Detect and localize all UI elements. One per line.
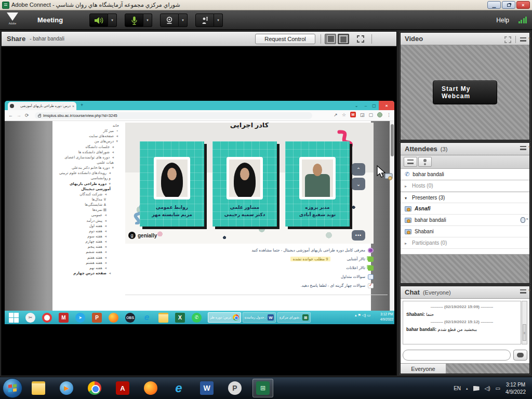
webcam-button[interactable]: [160, 14, 179, 27]
tab-close-icon[interactable]: ×: [72, 104, 74, 108]
group-expand-icon[interactable]: [405, 240, 409, 246]
taskbar-app-tile[interactable]: ⊞: [252, 379, 273, 397]
chat-send-button[interactable]: [513, 350, 527, 361]
taskbar-app-icon[interactable]: ✆: [192, 313, 202, 323]
nav-item[interactable]: دوره طراحی بازیهای آموزشی دیجیتال: [57, 181, 123, 192]
nav-item[interactable]: صفحه درس چهارم: [57, 271, 123, 276]
mic-dropdown[interactable]: ▾: [143, 14, 152, 27]
video-fullscreen-icon[interactable]: [504, 36, 511, 43]
genially-logo[interactable]: g genially: [128, 232, 157, 239]
help-menu[interactable]: Help: [496, 17, 509, 24]
forward-icon[interactable]: →: [17, 113, 21, 118]
nav-item[interactable]: دوره های توانمندسازی اعضای هیات علمی: [57, 155, 123, 165]
nav-item[interactable]: هفته نهم: [57, 265, 123, 271]
nav-item[interactable]: شوراهای دانشکده ها: [57, 150, 123, 155]
restore-button[interactable]: [502, 1, 515, 9]
volume-icon[interactable]: ◁): [485, 385, 490, 391]
minimize-button[interactable]: ▁: [487, 1, 501, 9]
actual-size-button[interactable]: [338, 34, 349, 44]
connection-status-icon[interactable]: [518, 17, 527, 23]
nav-item[interactable]: عمومی: [57, 212, 123, 218]
chat-scrollbar[interactable]: ≡: [522, 301, 527, 344]
attendee-row[interactable]: Presenters (3): [401, 192, 529, 203]
browser-restore[interactable]: ▢: [370, 101, 378, 110]
action-center-flag-icon[interactable]: [473, 386, 480, 391]
request-control-button[interactable]: Request Control: [255, 34, 315, 44]
taskbar-app-tile[interactable]: W: [196, 379, 217, 397]
taskbar-window-button[interactable]: ⊞ ..شوراي مركزي: [277, 312, 311, 323]
nav-item[interactable]: هفته ششم: [57, 249, 123, 255]
raise-hand-button[interactable]: [195, 14, 214, 27]
mic-button[interactable]: [125, 14, 143, 27]
taskbar-app-tile[interactable]: A: [112, 379, 133, 397]
profile-avatar[interactable]: [377, 112, 382, 117]
taskbar-app-icon[interactable]: ➤: [75, 313, 85, 323]
browser-close[interactable]: ×: [379, 101, 394, 110]
chat-pod-menu-icon[interactable]: [520, 289, 526, 294]
video-pod-menu-icon[interactable]: [520, 37, 526, 42]
browser-menu-kebab-icon[interactable]: ⋮: [387, 112, 391, 117]
new-tab-button[interactable]: +: [81, 102, 83, 108]
active-speaker-row[interactable]: ✆ bahar bandali: [401, 169, 529, 180]
start-orb-button[interactable]: [3, 378, 22, 398]
extensions-puzzle-icon[interactable]: ◲: [360, 112, 365, 117]
address-bar[interactable]: lmsplus.sbu.ac.ir/course/view.php?id=324…: [35, 112, 312, 119]
tab-search-icon[interactable]: ⌄: [353, 101, 360, 110]
taskbar-app-icon[interactable]: P: [92, 313, 102, 323]
taskbar-app-tile[interactable]: [84, 379, 105, 397]
attendee-row[interactable]: Participants (0): [401, 237, 529, 249]
group-expand-icon[interactable]: [405, 195, 409, 201]
activity-link[interactable]: سوالات متداول: [125, 272, 374, 281]
attendee-row[interactable]: Shabani: [401, 226, 529, 237]
meeting-menu[interactable]: Meeting: [37, 16, 63, 24]
nav-item[interactable]: هفته دوم: [57, 229, 123, 234]
taskbar-app-icon[interactable]: [42, 313, 52, 323]
nav-item[interactable]: دوره ها-خانم دکتر بندعلی: [57, 165, 123, 170]
taskbar-app-tile[interactable]: [140, 379, 161, 397]
nav-item[interactable]: میز کار: [57, 128, 123, 134]
everyone-tab[interactable]: Everyone: [401, 364, 446, 374]
attendee-row[interactable]: Hosts (0): [401, 180, 529, 192]
adblock-extension-icon[interactable]: M: [350, 112, 356, 117]
nav-item[interactable]: جلسات دانشگاه: [57, 144, 123, 150]
language-indicator[interactable]: EN: [454, 385, 461, 391]
attendee-status-view-button[interactable]: [418, 157, 432, 167]
start-webcam-button[interactable]: Start My Webcam: [433, 81, 497, 104]
attendee-row[interactable]: bahar bandali: [401, 215, 529, 226]
nav-item[interactable]: رویدادهای دانشکده علوم تربیتی و روانشناس…: [57, 170, 123, 181]
reload-icon[interactable]: ⟳: [25, 113, 29, 118]
host-clock[interactable]: 3:12 PM 4/9/2022: [506, 381, 529, 396]
taskbar-window-button[interactable]: W ..جدول زمانبندی: [243, 312, 276, 323]
attendee-row[interactable]: Asnafi: [401, 203, 529, 215]
chat-scrollbar-thumb[interactable]: ≡: [523, 324, 526, 341]
nav-item[interactable]: هفته سوم: [57, 234, 123, 239]
taskbar-app-icon[interactable]: M: [59, 313, 69, 323]
bookmark-star-icon[interactable]: ☆: [342, 112, 346, 117]
nav-item[interactable]: مدال‌ها: [57, 197, 123, 202]
network-icon[interactable]: ▭: [496, 385, 500, 391]
nav-item[interactable]: خانه: [57, 123, 123, 128]
nav-item[interactable]: هفته چهارم: [57, 239, 123, 244]
taskbar-app-icon[interactable]: [158, 313, 168, 323]
taskbar-app-icon[interactable]: X: [175, 313, 185, 323]
close-button[interactable]: ×: [516, 1, 530, 9]
nav-item[interactable]: نمره‌ها: [57, 207, 123, 212]
taskbar-app-icon[interactable]: e: [142, 313, 152, 323]
taskbar-app-icon[interactable]: [9, 313, 19, 323]
nav-item[interactable]: هفته هشتم: [57, 260, 123, 265]
taskbar-app-tile[interactable]: ▶: [56, 379, 77, 397]
nav-item[interactable]: شرکت کنندگان: [57, 192, 123, 197]
share-page-icon[interactable]: ↗: [334, 112, 338, 117]
speaker-button[interactable]: [89, 14, 108, 27]
back-icon[interactable]: ←: [8, 113, 13, 118]
taskbar-app-icon[interactable]: [109, 313, 118, 323]
nav-item[interactable]: هفته اول: [57, 223, 123, 229]
status-dropdown[interactable]: ▾: [214, 14, 223, 27]
slide-options-button[interactable]: •••: [352, 230, 365, 241]
browser-minimize[interactable]: –: [362, 101, 369, 110]
tray-expand-icon[interactable]: ▴: [466, 387, 468, 391]
activity-link[interactable]: معرفی کامل دوره طراحی بازیهای آموزشی دیج…: [125, 246, 374, 255]
webcam-dropdown[interactable]: ▾: [179, 14, 188, 27]
taskbar-app-icon[interactable]: ✂: [25, 313, 35, 323]
activity-link[interactable]: تالار اعلانات: [125, 263, 374, 272]
